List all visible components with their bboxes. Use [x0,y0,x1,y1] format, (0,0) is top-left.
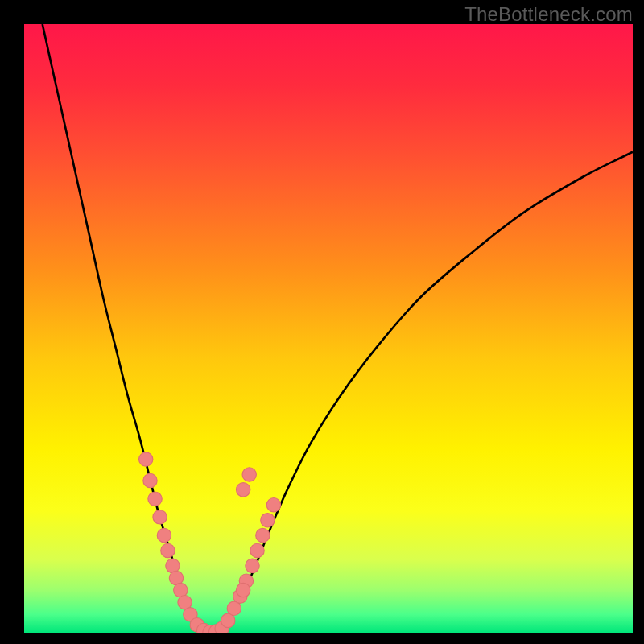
data-marker [236,583,250,597]
series-right-branch [219,152,633,633]
data-marker [157,528,171,542]
plot-area [24,24,633,633]
data-markers [139,452,281,633]
data-marker [256,528,270,542]
data-marker [246,559,259,572]
data-marker [139,452,153,466]
data-marker [148,492,162,506]
data-marker [266,498,280,512]
data-marker [261,513,275,526]
chart-container: TheBottleneck.com [0,0,644,644]
data-marker [153,510,167,524]
watermark-text: TheBottleneck.com [464,3,633,26]
series-left-branch [43,24,207,633]
chart-curves [24,24,633,633]
data-marker [143,473,157,487]
data-marker [250,543,264,557]
data-marker [236,483,250,497]
data-marker [161,543,175,557]
data-marker [242,468,256,481]
